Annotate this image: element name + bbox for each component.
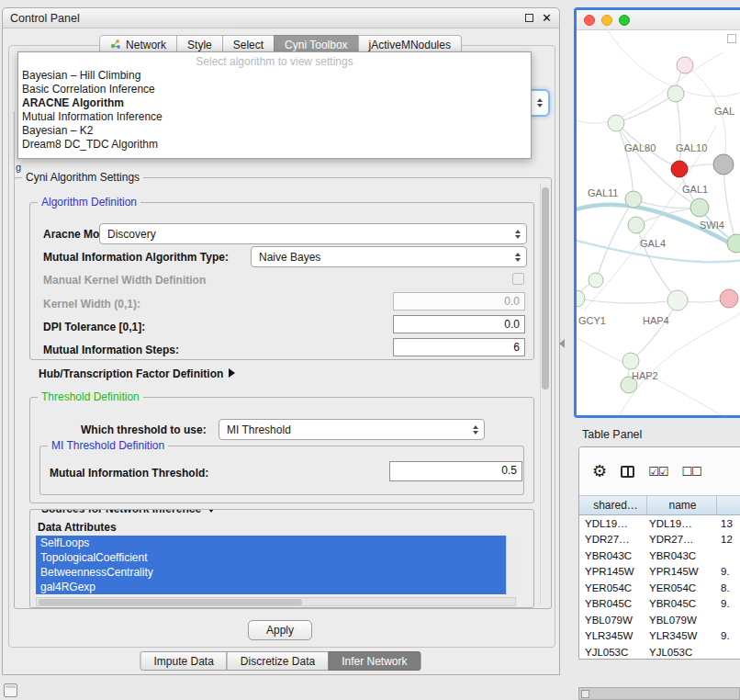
- gear-icon[interactable]: ⚙: [592, 463, 607, 480]
- expand-right-icon[interactable]: [229, 368, 235, 378]
- network-edge[interactable]: [636, 225, 678, 300]
- mi-type-combobox[interactable]: Naive Bayes: [251, 246, 527, 267]
- network-titlebar[interactable]: [577, 10, 740, 30]
- bottom-tab-impute-data[interactable]: Impute Data: [140, 651, 227, 671]
- table-row[interactable]: YBL079WYBL079W: [579, 612, 740, 628]
- network-edge[interactable]: [616, 94, 676, 123]
- table-cell: YDR27…: [647, 534, 717, 545]
- scrollbar-thumb[interactable]: [39, 599, 302, 605]
- select-all-checkboxes-icon[interactable]: ☑☑: [648, 465, 667, 479]
- column-header-shared[interactable]: shared…: [579, 496, 647, 514]
- network-edge[interactable]: [631, 300, 678, 361]
- collapsed-panel-icon[interactable]: [4, 683, 17, 697]
- table-row[interactable]: YJL053CYJL053C: [579, 644, 740, 659]
- deselect-all-checkboxes-icon[interactable]: ☐☐: [681, 465, 701, 479]
- network-edge[interactable]: [723, 164, 736, 243]
- network-node-gcy1[interactable]: [577, 290, 585, 307]
- table-cell: 13: [717, 518, 740, 529]
- algorithm-option-aracne-algorithm[interactable]: ARACNE Algorithm: [18, 96, 531, 110]
- network-node[interactable]: [667, 290, 688, 310]
- hub-section-toggle[interactable]: Hub/Transcription Factor Definition: [39, 367, 235, 380]
- mi-steps-label: Mutual Information Steps:: [43, 344, 179, 356]
- network-node-gal1[interactable]: [690, 198, 709, 217]
- attributes-scrollbar[interactable]: [506, 536, 516, 595]
- manual-kernel-checkbox[interactable]: [512, 273, 524, 285]
- column-header-2[interactable]: [717, 496, 740, 514]
- float-window-icon[interactable]: [525, 14, 533, 22]
- bottom-tab-infer-network[interactable]: Infer Network: [328, 651, 420, 671]
- network-node[interactable]: [713, 154, 734, 175]
- table-cell: YPR145W: [647, 566, 717, 577]
- network-node-hap4[interactable]: [720, 289, 738, 308]
- network-node-gal4[interactable]: [628, 217, 645, 233]
- apply-button[interactable]: Apply: [248, 620, 312, 640]
- settings-scrollbar[interactable]: [540, 184, 550, 604]
- network-node-gal80[interactable]: [608, 115, 624, 131]
- network-canvas[interactable]: GAL80GAL10GAL11GAL1SWI4GAL4GCY1HAP4HAP2G…: [577, 30, 740, 415]
- columns-icon[interactable]: [621, 466, 634, 478]
- minimize-traffic-light-icon[interactable]: [601, 15, 612, 26]
- control-panel-titlebar[interactable]: Control Panel ✕: [3, 8, 559, 28]
- mi-threshold-group: MI Threshold Definition Mutual Informati…: [39, 446, 524, 495]
- network-node[interactable]: [667, 85, 684, 102]
- network-node[interactable]: [677, 57, 693, 73]
- algorithm-option-bayesian-k2[interactable]: Bayesian – K2: [18, 124, 531, 138]
- algorithm-option-bayesian-hill-climbing[interactable]: Bayesian – Hill Climbing: [18, 69, 531, 83]
- table-row[interactable]: YDL19…YDL19…13: [579, 515, 740, 532]
- scrollbar-thumb[interactable]: [542, 187, 549, 390]
- sources-toggle[interactable]: Sources for Network Inference: [38, 509, 219, 515]
- mi-threshold-field[interactable]: 0.5: [389, 461, 522, 481]
- table-row[interactable]: YBR043CYBR043C: [579, 548, 740, 564]
- collapse-down-icon[interactable]: [207, 509, 216, 513]
- close-icon[interactable]: ✕: [542, 12, 552, 24]
- algorithm-option-mutual-information-inference[interactable]: Mutual Information Inference: [18, 110, 531, 124]
- table-cell: YLR345W: [579, 630, 647, 641]
- mi-steps-field[interactable]: 6: [393, 338, 525, 356]
- table-row[interactable]: YLR345WYLR345W9.: [579, 628, 740, 645]
- attributes-hscrollbar[interactable]: [36, 597, 516, 606]
- algorithm-option-dream8-dc-tdc-algorithm[interactable]: Dream8 DC_TDC Algorithm: [18, 138, 531, 152]
- dpi-tolerance-field[interactable]: 0.0: [393, 315, 525, 333]
- network-edge-arc: [584, 126, 716, 310]
- column-header-name[interactable]: name: [647, 496, 717, 514]
- table-row[interactable]: YDR27…YDR27…12: [579, 532, 740, 548]
- kernel-width-field[interactable]: 0.0: [393, 292, 525, 310]
- table-row[interactable]: YER054CYER054C8.: [579, 580, 740, 596]
- node-label-gal1: GAL1: [682, 184, 708, 195]
- table-cell: 9.: [717, 630, 740, 641]
- cyni-algorithm-settings-group: Cyni Algorithm Settings Algorithm Defini…: [14, 177, 552, 609]
- which-threshold-combobox[interactable]: MI Threshold: [219, 419, 485, 440]
- network-edge[interactable]: [616, 123, 633, 199]
- attribute-item-selfloops[interactable]: SelfLoops: [36, 536, 506, 550]
- table-row[interactable]: YPR145WYPR145W9.: [579, 564, 740, 581]
- network-edge-arc: [577, 52, 723, 123]
- network-node-swi4[interactable]: [727, 234, 740, 253]
- attribute-item-betweennesscentrality[interactable]: BetweennessCentrality: [36, 565, 506, 580]
- table-row[interactable]: YBR045CYBR045C9.: [579, 596, 740, 613]
- network-node[interactable]: [589, 273, 603, 288]
- network-node-gal11[interactable]: [625, 191, 642, 208]
- network-node-hap2[interactable]: [622, 353, 639, 369]
- data-attributes-label: Data Attributes: [38, 521, 117, 534]
- aracne-mode-combobox[interactable]: Discovery: [99, 223, 527, 244]
- attribute-item-gal4rgexp[interactable]: gal4RGexp: [36, 580, 506, 594]
- network-edge[interactable]: [577, 299, 678, 303]
- attribute-item-topologicalcoefficient[interactable]: TopologicalCoefficient: [36, 550, 506, 565]
- network-node-gal10[interactable]: [671, 161, 688, 177]
- table-cell: YBR043C: [579, 550, 647, 561]
- collapsed-table-strip[interactable]: [578, 687, 740, 700]
- close-traffic-light-icon[interactable]: [584, 15, 595, 26]
- splitter-handle[interactable]: [559, 339, 565, 348]
- combo-arrows-icon: [473, 425, 478, 435]
- sources-group: Sources for Network Inference Data Attri…: [29, 509, 534, 608]
- table-cell: YBR045C: [647, 598, 717, 609]
- algorithm-option-basic-correlation-inference[interactable]: Basic Correlation Inference: [18, 83, 531, 96]
- network-edge[interactable]: [676, 94, 680, 169]
- network-window: GAL80GAL10GAL11GAL1SWI4GAL4GCY1HAP4HAP2G…: [574, 7, 740, 418]
- table-cell: YBL079W: [579, 615, 647, 626]
- bottom-tab-discretize-data[interactable]: Discretize Data: [227, 651, 329, 671]
- node-label-gal80: GAL80: [624, 142, 656, 153]
- zoom-traffic-light-icon[interactable]: [619, 15, 630, 26]
- combo-value: Discovery: [107, 228, 156, 241]
- network-edge[interactable]: [596, 199, 633, 280]
